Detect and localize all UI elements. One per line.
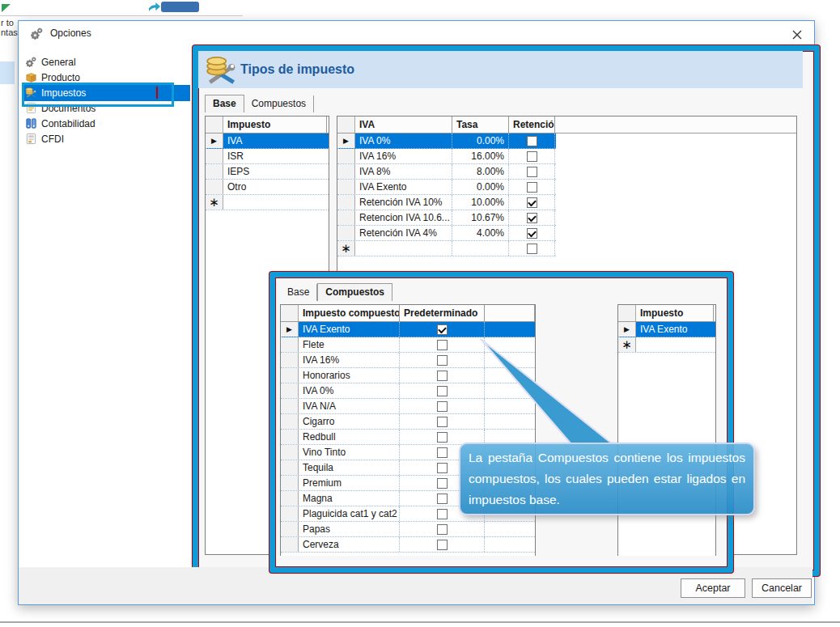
row-selector-cell[interactable]: ▶ <box>337 133 355 148</box>
cell-tasa[interactable]: 10.00% <box>452 195 509 210</box>
cell-retencion[interactable] <box>509 149 555 163</box>
cell-impuesto-compuesto[interactable]: IVA 0% <box>299 383 400 398</box>
row-selector-cell[interactable] <box>206 164 223 179</box>
cell-impuesto-compuesto[interactable]: IVA 16% <box>299 353 400 367</box>
column-header-retencion[interactable]: Retención <box>509 117 555 133</box>
checkbox-unchecked[interactable] <box>437 463 448 473</box>
new-row[interactable]: ∗ <box>206 195 329 210</box>
row-selector-cell[interactable] <box>281 399 299 413</box>
cell-impuesto-compuesto[interactable]: Cigarro <box>299 414 400 429</box>
checkbox-unchecked[interactable] <box>437 417 448 427</box>
column-header-impuesto[interactable]: Impuesto <box>223 117 327 133</box>
cell-predeterminado[interactable] <box>400 522 485 536</box>
checkbox-unchecked[interactable] <box>437 340 448 350</box>
cell-retencion[interactable] <box>509 210 555 225</box>
row-selector-cell[interactable] <box>206 180 223 194</box>
cell-retencion[interactable] <box>509 226 555 240</box>
checkbox-unchecked[interactable] <box>437 386 448 396</box>
row-selector-cell[interactable] <box>281 353 299 367</box>
cell-iva[interactable]: Retención IVA 4% <box>355 226 452 240</box>
cell-impuesto-compuesto[interactable]: Tequila <box>299 460 400 475</box>
row-selector-cell[interactable]: ∗ <box>206 195 223 210</box>
table-row[interactable]: IEPS <box>206 164 329 180</box>
cell-impuesto[interactable]: IVA Exento <box>636 322 714 337</box>
tab-compuestos[interactable]: Compuestos <box>317 283 392 301</box>
cell-retencion[interactable] <box>509 241 555 256</box>
cell-tasa[interactable]: 4.00% <box>452 226 509 240</box>
cell-impuesto-compuesto[interactable]: Plaguicida cat1 y cat2 <box>299 506 400 521</box>
row-selector-cell[interactable]: ▶ <box>281 322 299 337</box>
cell-impuesto[interactable]: IEPS <box>223 164 327 179</box>
cell-tasa[interactable]: 10.67% <box>452 210 509 225</box>
column-header-impuesto[interactable]: Impuesto <box>636 305 714 321</box>
cell-tasa[interactable]: 0.00% <box>452 133 509 148</box>
checkbox-unchecked[interactable] <box>527 244 537 254</box>
cancel-button[interactable]: Cancelar <box>752 578 812 598</box>
table-row[interactable]: ▶ IVA 0% 0.00% <box>337 133 556 149</box>
checkbox-checked[interactable] <box>437 324 448 335</box>
row-selector-cell[interactable] <box>281 383 299 398</box>
checkbox-unchecked[interactable] <box>437 371 448 381</box>
cell-retencion[interactable] <box>509 195 555 210</box>
column-header-predeterminado[interactable]: Predeterminado <box>400 305 485 321</box>
tab-compuestos[interactable]: Compuestos <box>244 95 314 112</box>
table-row[interactable]: Retencion IVA 10.6... 10.67% <box>337 210 556 226</box>
close-button[interactable] <box>788 26 806 44</box>
cell-impuesto-empty[interactable] <box>223 195 327 210</box>
table-row[interactable]: Retención IVA 10% 10.00% <box>337 195 556 210</box>
checkbox-unchecked[interactable] <box>437 494 448 504</box>
cell-retencion[interactable] <box>509 164 555 179</box>
cell-iva[interactable]: IVA 0% <box>355 133 452 148</box>
cell-tasa[interactable]: 8.00% <box>452 164 509 179</box>
cell-retencion[interactable] <box>509 133 555 148</box>
new-row[interactable]: ∗ <box>618 337 715 353</box>
table-row[interactable]: ▶ IVA <box>206 133 329 149</box>
row-selector-cell[interactable] <box>281 491 299 506</box>
sidebar-item-general[interactable]: General <box>25 54 189 70</box>
table-row[interactable]: ISR <box>206 149 329 164</box>
column-header-iva[interactable]: IVA <box>355 117 452 133</box>
new-row[interactable]: ∗ <box>337 241 556 256</box>
cell-impuesto[interactable]: Otro <box>223 180 327 194</box>
table-row[interactable]: IVA 16% 16.00% <box>337 149 556 164</box>
cell-impuesto-compuesto[interactable]: Papas <box>299 522 400 536</box>
row-selector-cell[interactable] <box>281 414 299 429</box>
row-selector-cell[interactable] <box>337 149 355 163</box>
column-header-tasa[interactable]: Tasa <box>452 117 509 133</box>
cell-impuesto-compuesto[interactable]: Flete <box>299 337 400 352</box>
table-row[interactable]: IVA 8% 8.00% <box>337 164 556 180</box>
row-selector-cell[interactable]: ▶ <box>206 133 223 148</box>
sidebar-item-cfdi[interactable]: CFDI <box>25 131 189 146</box>
sidebar-item-contabilidad[interactable]: Contabilidad <box>25 116 189 131</box>
table-row[interactable]: ▶ IVA Exento <box>618 322 715 337</box>
checkbox-checked[interactable] <box>527 228 537 239</box>
cell-iva[interactable]: Retencion IVA 10.6... <box>355 210 452 225</box>
table-row[interactable]: Otro <box>206 180 329 195</box>
row-selector-cell[interactable] <box>206 149 223 163</box>
cell-tasa[interactable]: 0.00% <box>452 180 509 194</box>
cell-impuesto-compuesto[interactable]: Vino Tinto <box>299 445 400 460</box>
row-selector-cell[interactable] <box>281 476 299 490</box>
cell-impuesto[interactable]: ISR <box>223 149 327 163</box>
accept-button[interactable]: Aceptar <box>681 578 745 598</box>
table-row[interactable]: IVA Exento 0.00% <box>337 180 556 195</box>
row-selector-cell[interactable] <box>281 506 299 521</box>
row-selector-cell[interactable] <box>337 180 355 194</box>
cell-impuesto-compuesto[interactable]: Honorarios <box>299 368 400 383</box>
checkbox-unchecked[interactable] <box>437 524 448 535</box>
cell-impuesto-empty[interactable] <box>636 337 714 352</box>
checkbox-unchecked[interactable] <box>437 540 448 550</box>
row-selector-cell[interactable] <box>281 445 299 460</box>
checkbox-unchecked[interactable] <box>527 182 537 193</box>
cell-tasa[interactable]: 16.00% <box>452 149 509 163</box>
row-selector-cell[interactable] <box>281 337 299 352</box>
row-selector-cell[interactable] <box>281 537 299 552</box>
checkbox-unchecked[interactable] <box>437 401 448 412</box>
cell-impuesto[interactable]: IVA <box>223 133 327 148</box>
row-selector-cell[interactable] <box>337 164 355 179</box>
tab-base[interactable]: Base <box>280 284 317 301</box>
row-selector-cell[interactable]: ∗ <box>337 241 355 256</box>
cell-iva[interactable]: IVA Exento <box>355 180 452 194</box>
checkbox-unchecked[interactable] <box>437 447 448 458</box>
column-header-impuesto-compuesto[interactable]: Impuesto compuesto <box>299 305 400 321</box>
